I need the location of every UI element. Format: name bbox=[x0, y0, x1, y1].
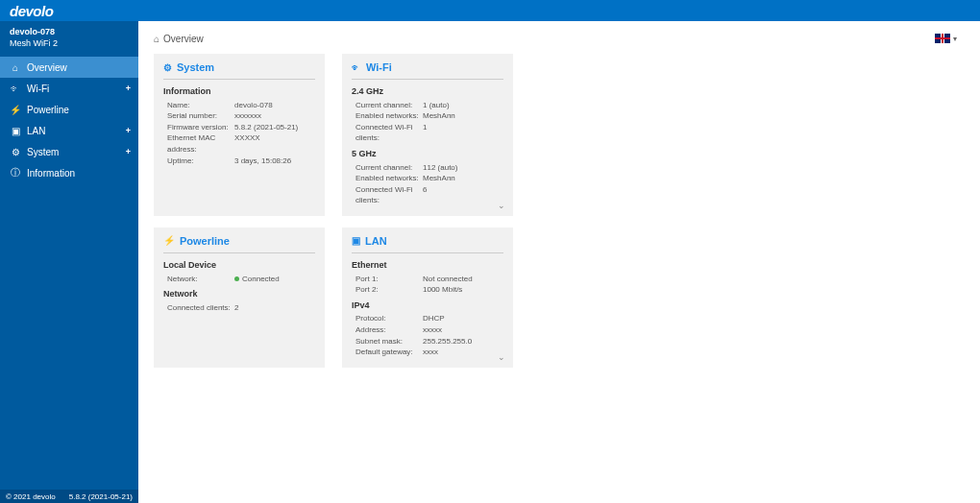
content-area: ⌂ Overview ▾ ⚙ System InformationName:de… bbox=[138, 21, 980, 503]
nav-label: Overview bbox=[27, 62, 67, 73]
chevron-down-icon: ▾ bbox=[953, 35, 957, 43]
sidebar-item-wi-fi[interactable]: ᯤWi-Fi+ bbox=[0, 78, 138, 99]
sidebar-item-powerline[interactable]: ⚡Powerline bbox=[0, 99, 138, 120]
kv-key: Address: bbox=[352, 324, 423, 336]
kv-key: Default gateway: bbox=[352, 347, 423, 358]
nav-label: Powerline bbox=[27, 105, 69, 115]
kv-row: Serial number:xxxxxxx bbox=[163, 110, 315, 122]
kv-row: Uptime:3 days, 15:08:26 bbox=[163, 156, 315, 167]
section-heading: Network bbox=[163, 288, 315, 300]
nav-icon: ⓘ bbox=[10, 166, 21, 180]
kv-row: Protocol:DHCP bbox=[352, 313, 503, 324]
section-heading: Information bbox=[163, 85, 315, 98]
kv-value: 5.8.2 (2021-05-21) bbox=[234, 122, 315, 133]
flag-icon bbox=[935, 34, 950, 43]
home-icon: ⌂ bbox=[154, 34, 159, 44]
expand-icon[interactable]: ⌄ bbox=[498, 352, 505, 362]
kv-row: Address:xxxxx bbox=[352, 324, 503, 336]
breadcrumb-row: ⌂ Overview ▾ bbox=[154, 29, 957, 48]
card-powerline-title: Powerline bbox=[180, 235, 230, 247]
kv-row: Subnet mask:255.255.255.0 bbox=[352, 336, 503, 347]
kv-value: MeshAnn bbox=[423, 110, 503, 122]
kv-key: Firmware version: bbox=[163, 122, 234, 133]
device-model: Mesh WiFi 2 bbox=[10, 38, 129, 50]
sidebar-item-overview[interactable]: ⌂Overview bbox=[0, 57, 138, 78]
kv-key: Connected Wi-Fi clients: bbox=[352, 184, 423, 206]
kv-key: Ethernet MAC address: bbox=[163, 132, 234, 155]
kv-key: Network: bbox=[163, 274, 234, 285]
expand-icon[interactable]: ⌄ bbox=[498, 201, 505, 210]
kv-key: Current channel: bbox=[352, 100, 423, 111]
kv-row: Name:devolo-078 bbox=[163, 100, 315, 111]
plus-icon: + bbox=[126, 147, 131, 156]
nav-icon: ᯤ bbox=[10, 84, 21, 94]
kv-key: Current channel: bbox=[352, 162, 423, 174]
card-lan-header[interactable]: ▣ LAN bbox=[352, 235, 503, 253]
kv-value: xxxxxxx bbox=[234, 110, 315, 122]
nav-icon: ⌂ bbox=[10, 62, 21, 73]
kv-key: Port 2: bbox=[352, 284, 423, 296]
card-lan: ▣ LAN EthernetPort 1:Not connectedPort 2… bbox=[342, 228, 513, 368]
device-name: devolo-078 bbox=[10, 27, 129, 38]
kv-value: xxxxx bbox=[423, 324, 503, 336]
topbar: devolo bbox=[0, 0, 980, 21]
status-dot-icon bbox=[234, 276, 239, 281]
kv-value: XXXXX bbox=[234, 132, 315, 155]
nav-icon: ▣ bbox=[10, 126, 21, 136]
card-powerline: ⚡ Powerline Local DeviceNetwork:Connecte… bbox=[154, 228, 325, 368]
kv-key: Connected clients: bbox=[163, 302, 234, 314]
kv-row: Connected Wi-Fi clients:6 bbox=[352, 184, 503, 206]
sidebar-nav: ⌂OverviewᯤWi-Fi+⚡Powerline▣LAN+⚙System+ⓘ… bbox=[0, 57, 138, 183]
kv-key: Uptime: bbox=[163, 156, 234, 167]
nav-icon: ⚡ bbox=[10, 105, 21, 115]
kv-value: 3 days, 15:08:26 bbox=[234, 156, 315, 167]
card-lan-title: LAN bbox=[365, 235, 387, 247]
kv-value: DHCP bbox=[423, 313, 503, 324]
section-heading: 5 GHz bbox=[352, 148, 503, 160]
kv-value: MeshAnn bbox=[423, 173, 503, 184]
nav-label: Wi-Fi bbox=[27, 84, 49, 94]
card-system: ⚙ System InformationName:devolo-078Seria… bbox=[154, 54, 325, 216]
wifi-icon: ᯤ bbox=[352, 62, 361, 73]
footer-copyright: © 2021 devolo bbox=[6, 492, 56, 501]
device-info: devolo-078 Mesh WiFi 2 bbox=[0, 21, 138, 57]
kv-row: Current channel:1 (auto) bbox=[352, 100, 503, 111]
kv-row: Enabled networks:MeshAnn bbox=[352, 110, 503, 122]
kv-key: Enabled networks: bbox=[352, 173, 423, 184]
kv-key: Name: bbox=[163, 100, 234, 111]
kv-key: Port 1: bbox=[352, 274, 423, 285]
kv-value: 1 (auto) bbox=[423, 100, 503, 111]
sidebar-item-system[interactable]: ⚙System+ bbox=[0, 141, 138, 162]
card-system-title: System bbox=[177, 61, 214, 73]
kv-key: Connected Wi-Fi clients: bbox=[352, 122, 423, 144]
kv-value: devolo-078 bbox=[234, 100, 315, 111]
card-system-header[interactable]: ⚙ System bbox=[163, 61, 315, 80]
card-wifi-title: Wi-Fi bbox=[366, 61, 392, 73]
section-heading: Ethernet bbox=[352, 259, 503, 272]
card-powerline-header[interactable]: ⚡ Powerline bbox=[163, 235, 315, 253]
kv-row: Connected Wi-Fi clients:1 bbox=[352, 122, 503, 144]
language-selector[interactable]: ▾ bbox=[935, 34, 957, 43]
kv-value: Not connected bbox=[423, 274, 503, 285]
kv-value: 1 bbox=[423, 122, 503, 144]
sidebar-item-information[interactable]: ⓘInformation bbox=[0, 162, 138, 183]
plus-icon: + bbox=[126, 84, 131, 93]
kv-key: Enabled networks: bbox=[352, 110, 423, 122]
plus-icon: + bbox=[126, 126, 131, 135]
kv-value: 112 (auto) bbox=[423, 162, 503, 174]
kv-row: Enabled networks:MeshAnn bbox=[352, 173, 503, 184]
sidebar-item-lan[interactable]: ▣LAN+ bbox=[0, 120, 138, 141]
section-heading: 2.4 GHz bbox=[352, 85, 503, 98]
footer-version: 5.8.2 (2021-05-21) bbox=[69, 492, 133, 501]
kv-value: 255.255.255.0 bbox=[423, 336, 503, 347]
card-wifi-header[interactable]: ᯤ Wi-Fi bbox=[352, 61, 503, 80]
kv-key: Serial number: bbox=[163, 110, 234, 122]
nav-label: LAN bbox=[27, 126, 45, 136]
nav-label: Information bbox=[27, 168, 75, 179]
cards-grid: ⚙ System InformationName:devolo-078Seria… bbox=[154, 54, 961, 368]
kv-key: Protocol: bbox=[352, 313, 423, 324]
brand-logo: devolo bbox=[10, 3, 53, 19]
kv-key: Subnet mask: bbox=[352, 336, 423, 347]
section-heading: IPv4 bbox=[352, 299, 503, 312]
breadcrumb-title: Overview bbox=[163, 34, 204, 44]
